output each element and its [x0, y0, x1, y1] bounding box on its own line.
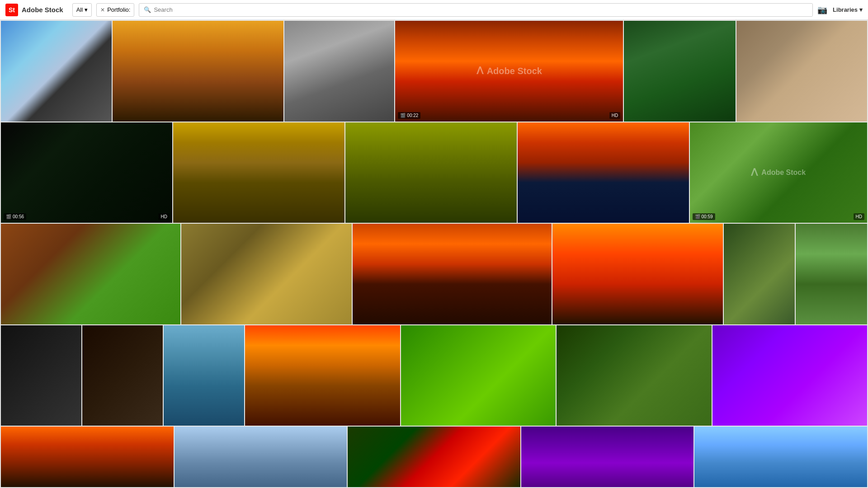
hd-badge: HD: [609, 112, 620, 119]
filter-label: All: [76, 6, 83, 13]
gallery-row: Ʌ Adobe Stock 🎬 00:22 HD: [1, 21, 867, 122]
gallery-item[interactable]: [113, 21, 283, 122]
video-camera-icon: 🎬: [400, 113, 406, 118]
libraries-label: Libraries: [833, 6, 858, 13]
gallery-item[interactable]: [552, 224, 723, 324]
gallery-row: [1, 427, 867, 487]
gallery-item[interactable]: [694, 427, 867, 487]
video-badge: 🎬 00:22: [398, 112, 420, 119]
gallery-item[interactable]: [353, 224, 552, 324]
chevron-down-icon: ▾: [859, 6, 863, 13]
adobe-stock-logo-icon: St: [5, 4, 18, 16]
gallery-item[interactable]: [736, 21, 867, 122]
gallery-item[interactable]: Ʌ Adobe Stock 🎬 00:22 HD: [395, 21, 623, 122]
gallery-item[interactable]: [1, 21, 112, 122]
logo-area: St Adobe Stock: [5, 4, 63, 16]
video-badge: 🎬 00:59: [693, 213, 715, 220]
gallery-item[interactable]: [1, 224, 180, 324]
gallery-item[interactable]: [557, 325, 711, 426]
libraries-button[interactable]: Libraries ▾: [833, 6, 863, 13]
gallery-item[interactable]: [401, 325, 556, 426]
video-time: 00:22: [407, 113, 418, 118]
gallery-row: [1, 325, 867, 426]
gallery-item[interactable]: [624, 21, 736, 122]
gallery-item[interactable]: [245, 325, 400, 426]
portfolio-tag: ✕ Portfolio:: [96, 3, 134, 17]
video-badge: 🎬 00:56: [4, 213, 26, 220]
portfolio-label: Portfolio:: [107, 6, 130, 13]
video-camera-icon: 🎬: [6, 214, 11, 219]
gallery-item[interactable]: [181, 224, 352, 324]
search-input[interactable]: [154, 6, 808, 13]
adobe-watermark: Ʌ Adobe Stock: [476, 65, 542, 77]
gallery-item[interactable]: Ʌ Adobe Stock 🎬 00:59 HD: [690, 122, 867, 223]
gallery-item[interactable]: [173, 122, 344, 223]
video-time: 00:59: [702, 214, 713, 219]
search-icon: 🔍: [144, 6, 151, 13]
gallery-item[interactable]: [724, 224, 795, 324]
gallery-item[interactable]: [521, 427, 694, 487]
gallery-item[interactable]: [82, 325, 163, 426]
video-camera-icon: 🎬: [695, 214, 700, 219]
watermark-text: Adobe Stock: [761, 169, 806, 177]
gallery-item[interactable]: [164, 325, 244, 426]
close-icon[interactable]: ✕: [100, 7, 105, 13]
header-right: 📷 Libraries ▾: [817, 5, 863, 15]
header: St Adobe Stock All ▾ ✕ Portfolio: 🔍 📷 Li…: [0, 0, 868, 20]
chevron-down-icon: ▾: [85, 6, 88, 13]
watermark-text: Adobe Stock: [487, 66, 542, 76]
gallery-item[interactable]: [345, 122, 517, 223]
gallery-item[interactable]: [712, 325, 867, 426]
camera-icon[interactable]: 📷: [817, 5, 827, 15]
search-bar[interactable]: 🔍: [139, 3, 813, 17]
filter-dropdown[interactable]: All ▾: [72, 3, 92, 17]
gallery-item[interactable]: [1, 427, 174, 487]
gallery-item[interactable]: [1, 325, 81, 426]
video-time: 00:56: [13, 214, 24, 219]
adobe-watermark: Ʌ Adobe Stock: [751, 167, 806, 178]
watermark-icon: Ʌ: [751, 167, 758, 178]
app-name: Adobe Stock: [22, 6, 63, 14]
gallery-item[interactable]: [348, 427, 520, 487]
gallery-item[interactable]: [796, 224, 867, 324]
gallery-row: 🎬 00:56 HD Ʌ Adobe Stock 🎬 00:59 HD: [1, 122, 867, 223]
gallery-item[interactable]: 🎬 00:56 HD: [1, 122, 172, 223]
watermark-icon: Ʌ: [476, 65, 483, 77]
gallery-item[interactable]: [518, 122, 689, 223]
gallery: Ʌ Adobe Stock 🎬 00:22 HD 🎬 00:56 HD Ʌ: [0, 20, 868, 488]
gallery-item[interactable]: [284, 21, 394, 122]
gallery-row: [1, 224, 867, 324]
gallery-item[interactable]: [175, 427, 347, 487]
hd-badge: HD: [854, 213, 864, 220]
hd-badge: HD: [158, 213, 169, 220]
